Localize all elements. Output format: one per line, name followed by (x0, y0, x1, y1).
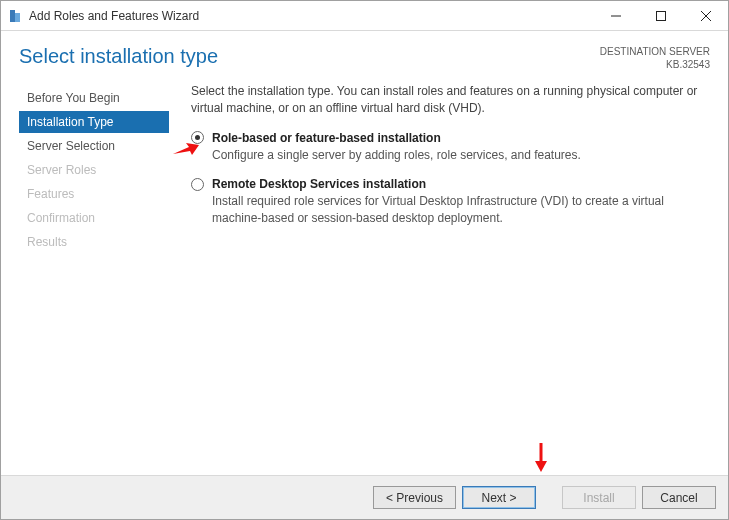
option-role-based[interactable]: Role-based or feature-based installation… (191, 131, 710, 164)
sidebar-item-server-selection[interactable]: Server Selection (19, 135, 169, 157)
window-title: Add Roles and Features Wizard (29, 9, 593, 23)
header-row: Select installation type DESTINATION SER… (1, 31, 728, 77)
sidebar-item-installation-type[interactable]: Installation Type (19, 111, 169, 133)
intro-text: Select the installation type. You can in… (191, 83, 710, 117)
maximize-button[interactable] (638, 1, 683, 30)
previous-button[interactable]: < Previous (373, 486, 456, 509)
sidebar-item-server-roles: Server Roles (19, 159, 169, 181)
sidebar-item-before-you-begin[interactable]: Before You Begin (19, 87, 169, 109)
option-desc: Configure a single server by adding role… (212, 147, 710, 164)
svg-rect-0 (10, 10, 15, 22)
radio-role-based[interactable] (191, 131, 204, 144)
option-remote-desktop[interactable]: Remote Desktop Services installation Ins… (191, 177, 710, 227)
titlebar: Add Roles and Features Wizard (1, 1, 728, 31)
radio-remote-desktop[interactable] (191, 178, 204, 191)
option-label: Remote Desktop Services installation (212, 177, 426, 191)
option-desc: Install required role services for Virtu… (212, 193, 710, 227)
sidebar: Before You Begin Installation Type Serve… (19, 83, 169, 475)
option-row: Remote Desktop Services installation (191, 177, 710, 191)
destination-label: DESTINATION SERVER (600, 45, 710, 58)
minimize-button[interactable] (593, 1, 638, 30)
footer: < Previous Next > Install Cancel (1, 475, 728, 519)
sidebar-item-results: Results (19, 231, 169, 253)
svg-line-5 (701, 11, 711, 21)
next-button[interactable]: Next > (462, 486, 536, 509)
body-row: Before You Begin Installation Type Serve… (1, 77, 728, 475)
svg-rect-3 (656, 11, 665, 20)
sidebar-item-features: Features (19, 183, 169, 205)
destination-block: DESTINATION SERVER KB.32543 (600, 45, 710, 71)
close-button[interactable] (683, 1, 728, 30)
destination-name: KB.32543 (600, 58, 710, 71)
sidebar-item-confirmation: Confirmation (19, 207, 169, 229)
svg-line-4 (701, 11, 711, 21)
window-controls (593, 1, 728, 30)
option-label: Role-based or feature-based installation (212, 131, 441, 145)
svg-rect-1 (15, 13, 20, 22)
page-title: Select installation type (19, 45, 218, 68)
wizard-window: Add Roles and Features Wizard Select ins… (0, 0, 729, 520)
option-row: Role-based or feature-based installation (191, 131, 710, 145)
install-button: Install (562, 486, 636, 509)
cancel-button[interactable]: Cancel (642, 486, 716, 509)
main-content: Select the installation type. You can in… (169, 83, 710, 475)
app-icon (7, 8, 23, 24)
